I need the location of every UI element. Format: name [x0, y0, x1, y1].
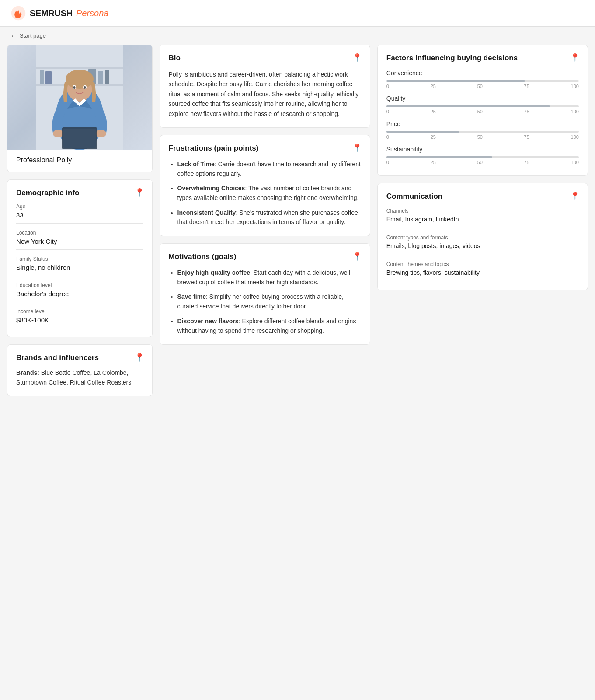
- slider-convenience-track: [386, 80, 579, 82]
- brands-bold: Brands:: [16, 369, 39, 376]
- content-themes-label: Content themes and topics: [386, 261, 579, 267]
- mark-0: 0: [386, 109, 389, 114]
- age-label: Age: [16, 203, 143, 210]
- pin-icon[interactable]: 📍: [135, 188, 144, 197]
- frustrations-title: Frustrations (pain points): [169, 144, 361, 153]
- slider-quality-marks: 0 25 50 75 100: [386, 109, 579, 114]
- family-field: Family Status Single, no children: [16, 256, 143, 276]
- age-field: Age 33: [16, 203, 143, 224]
- mark-100: 100: [571, 84, 579, 89]
- mark-75: 75: [524, 109, 529, 114]
- content-themes-value: Brewing tips, flavors, sustainability: [386, 269, 579, 281]
- brands-card: 📍 Brands and influencers Brands: Blue Bo…: [7, 344, 153, 396]
- income-field: Income level $80K-100K: [16, 308, 143, 328]
- mark-75: 75: [524, 160, 529, 165]
- slider-quality-label: Quality: [386, 95, 579, 102]
- brands-title: Brands and influencers: [16, 354, 143, 362]
- slider-price-fill: [386, 131, 459, 133]
- frustration-3-bold: Inconsistent Quality: [177, 209, 236, 216]
- motivation-2-bold: Save time: [177, 293, 206, 300]
- communication-title: Communication: [386, 192, 579, 201]
- pin-icon-brands[interactable]: 📍: [135, 353, 144, 362]
- mark-0: 0: [386, 134, 389, 140]
- content-types-value: Emails, blog posts, images, videos: [386, 242, 579, 255]
- slider-convenience-fill: [386, 80, 525, 82]
- list-item: Enjoy high-quality coffee: Start each da…: [177, 268, 361, 287]
- svg-rect-5: [98, 71, 103, 84]
- bio-title: Bio: [169, 54, 361, 63]
- income-value: $80K-100K: [16, 316, 143, 328]
- pin-icon-bio[interactable]: 📍: [352, 53, 362, 63]
- slider-sustainability-track: [386, 156, 579, 158]
- list-item: Lack of Time: Carrie doesn't have time t…: [177, 160, 361, 178]
- mark-75: 75: [524, 84, 529, 89]
- motivations-list: Enjoy high-quality coffee: Start each da…: [169, 268, 361, 336]
- svg-rect-6: [105, 70, 109, 84]
- pin-icon-frustrations[interactable]: 📍: [352, 143, 362, 153]
- pin-icon-comm[interactable]: 📍: [570, 191, 580, 201]
- back-link-label: Start page: [20, 32, 46, 39]
- back-arrow-icon: ←: [10, 32, 17, 39]
- profile-name: Professional Polly: [7, 150, 152, 172]
- slider-sustainability-marks: 0 25 50 75 100: [386, 160, 579, 165]
- slider-convenience: Convenience 0 25 50 75 100: [386, 70, 579, 89]
- svg-point-15: [73, 86, 76, 89]
- demographic-title: Demographic info: [16, 189, 143, 197]
- mark-100: 100: [571, 160, 579, 165]
- age-value: 33: [16, 211, 143, 224]
- list-item: Inconsistent Quality: She's frustrated w…: [177, 208, 361, 227]
- slider-price-track: [386, 131, 579, 133]
- frustrations-card: 📍 Frustrations (pain points) Lack of Tim…: [160, 135, 370, 236]
- slider-quality: Quality 0 25 50 75 100: [386, 95, 579, 114]
- mark-50: 50: [477, 134, 483, 140]
- person-svg: [36, 45, 123, 150]
- slider-sustainability: Sustainability 0 25 50 75 100: [386, 146, 579, 165]
- svg-point-18: [96, 130, 106, 137]
- svg-point-12: [66, 70, 94, 89]
- slider-price-marks: 0 25 50 75 100: [386, 134, 579, 140]
- channels-value: Email, Instagram, LinkedIn: [386, 216, 579, 228]
- mark-50: 50: [477, 109, 483, 114]
- education-label: Education level: [16, 282, 143, 288]
- channels-field: Channels Email, Instagram, LinkedIn: [386, 208, 579, 228]
- brands-text: Brands: Blue Bottle Coffee, La Colombe, …: [16, 368, 143, 387]
- profile-card: Professional Polly: [7, 45, 153, 172]
- logo: SEMRUSH Persona: [10, 5, 108, 21]
- mark-100: 100: [571, 109, 579, 114]
- app-header: SEMRUSH Persona: [0, 0, 595, 27]
- location-field: Location New York City: [16, 230, 143, 250]
- svg-point-16: [84, 86, 86, 89]
- slider-price-label: Price: [386, 120, 579, 127]
- slider-convenience-marks: 0 25 50 75 100: [386, 84, 579, 89]
- frustration-1-bold: Lack of Time: [177, 161, 215, 168]
- mark-0: 0: [386, 160, 389, 165]
- family-label: Family Status: [16, 256, 143, 262]
- mark-50: 50: [477, 160, 483, 165]
- mark-25: 25: [431, 134, 436, 140]
- content-types-label: Content types and formats: [386, 234, 579, 241]
- pin-icon-buying[interactable]: 📍: [570, 53, 580, 63]
- profile-image-container: [7, 45, 152, 150]
- logo-semrush-text: SEMRUSH: [30, 8, 73, 18]
- demographic-card: 📍 Demographic info Age 33 Location New Y…: [7, 179, 153, 337]
- slider-quality-fill: [386, 105, 550, 107]
- communication-card: 📍 Communication Channels Email, Instagra…: [377, 183, 588, 290]
- left-column: Professional Polly 📍 Demographic info Ag…: [7, 45, 153, 396]
- content-types-field: Content types and formats Emails, blog p…: [386, 234, 579, 255]
- channels-label: Channels: [386, 208, 579, 214]
- pin-icon-motivations[interactable]: 📍: [352, 252, 362, 261]
- svg-point-17: [53, 130, 63, 137]
- slider-sustainability-fill: [386, 156, 492, 158]
- svg-rect-20: [63, 129, 96, 148]
- svg-rect-8: [45, 71, 52, 84]
- location-label: Location: [16, 230, 143, 236]
- motivations-title: Motivations (goals): [169, 252, 361, 261]
- list-item: Discover new flavors: Explore different …: [177, 317, 361, 336]
- buying-factors-title: Factors influencing buying decisions: [386, 54, 579, 63]
- list-item: Save time: Simplify her coffee-buying pr…: [177, 292, 361, 311]
- education-value: Bachelor's degree: [16, 290, 143, 302]
- back-link[interactable]: ← Start page: [10, 32, 585, 39]
- mark-0: 0: [386, 84, 389, 89]
- mark-25: 25: [431, 160, 436, 165]
- slider-price: Price 0 25 50 75 100: [386, 120, 579, 140]
